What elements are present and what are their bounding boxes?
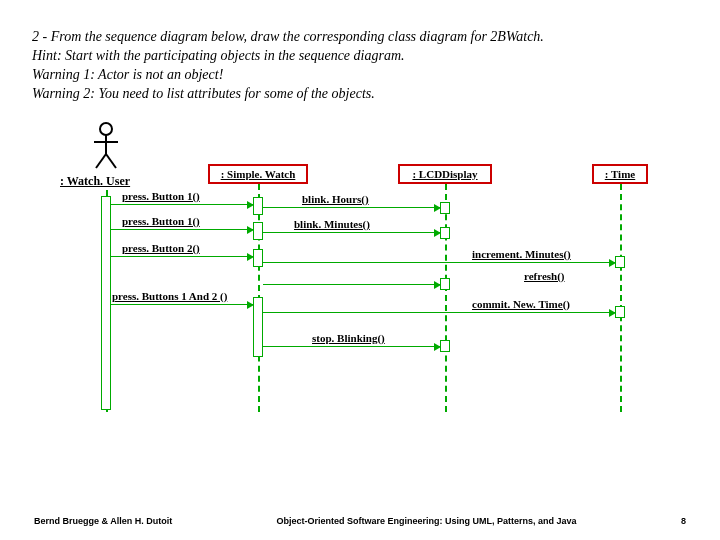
question-line-2: Hint: Start with the participating objec…: [32, 47, 688, 66]
msg-blink-hours: blink. Hours(): [302, 193, 369, 205]
arrow-m6: [263, 232, 440, 233]
arrow-m4: [111, 304, 253, 305]
lifeline-dash-lcd-display: [445, 184, 447, 412]
arrow-m1: [111, 204, 253, 205]
msg-press-button-1b: press. Button 1(): [122, 215, 200, 227]
msg-press-button-2: press. Button 2(): [122, 242, 200, 254]
footer-author: Bernd Bruegge & Allen H. Dutoit: [34, 516, 172, 526]
question-line-4: Warning 2: You need to list attributes f…: [32, 85, 688, 104]
activation-sw-3: [253, 249, 263, 267]
lifeline-dash-time: [620, 184, 622, 412]
arrow-m2: [111, 229, 253, 230]
activation-sw-4: [253, 297, 263, 357]
footer: Bernd Bruegge & Allen H. Dutoit Object-O…: [0, 516, 720, 526]
activation-lcd-1: [440, 202, 450, 214]
activation-lcd-3: [440, 278, 450, 290]
actor-label: : Watch. User: [60, 174, 130, 189]
svg-point-0: [100, 123, 112, 135]
question-text: 2 - From the sequence diagram below, dra…: [32, 28, 688, 104]
msg-commit-new-time: commit. New. Time(): [472, 298, 570, 310]
msg-blink-minutes: blink. Minutes(): [294, 218, 370, 230]
activation-sw-1: [253, 197, 263, 215]
arrow-m5: [263, 207, 440, 208]
arrow-m10: [263, 346, 440, 347]
arrow-m9: [263, 312, 615, 313]
svg-line-3: [96, 154, 106, 168]
question-line-1: 2 - From the sequence diagram below, dra…: [32, 28, 688, 47]
activation-actor: [101, 196, 111, 410]
footer-title: Object-Oriented Software Engineering: Us…: [277, 516, 577, 526]
msg-increment-minutes: increment. Minutes(): [472, 248, 571, 260]
question-line-3: Warning 1: Actor is not an object!: [32, 66, 688, 85]
activation-lcd-4: [440, 340, 450, 352]
arrow-m7: [263, 262, 615, 263]
actor-icon: [92, 122, 120, 170]
msg-stop-blinking: stop. Blinking(): [312, 332, 385, 344]
activation-time-2: [615, 306, 625, 318]
page-number: 8: [681, 516, 686, 526]
msg-refresh: refresh(): [524, 270, 565, 282]
svg-line-4: [106, 154, 116, 168]
msg-press-buttons-1-and-2: press. Buttons 1 And 2 (): [112, 290, 227, 302]
activation-sw-2: [253, 222, 263, 240]
lifeline-lcd-display: : LCDDisplay: [398, 164, 492, 184]
activation-lcd-2: [440, 227, 450, 239]
activation-time-1: [615, 256, 625, 268]
arrow-m3: [111, 256, 253, 257]
lifeline-time: : Time: [592, 164, 648, 184]
sequence-diagram: : Watch. User : Simple. Watch : LCDDispl…: [32, 122, 688, 472]
arrow-m8: [263, 284, 440, 285]
lifeline-simple-watch: : Simple. Watch: [208, 164, 308, 184]
msg-press-button-1a: press. Button 1(): [122, 190, 200, 202]
